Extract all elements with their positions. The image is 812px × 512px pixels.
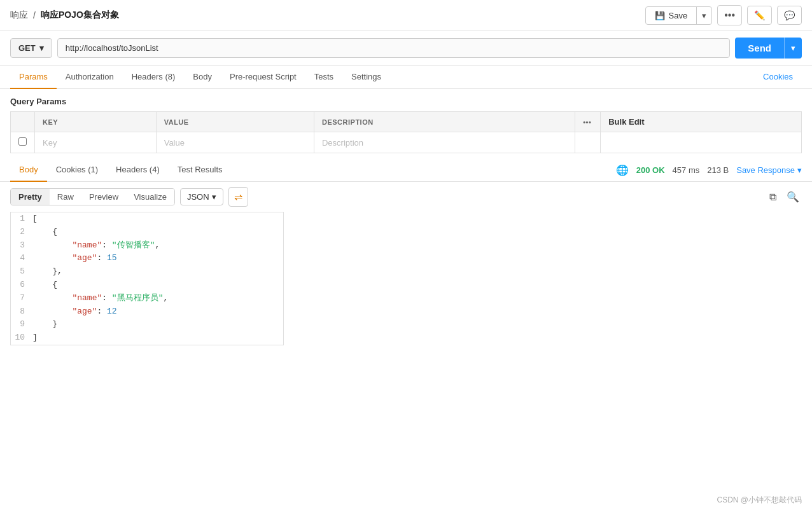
breadcrumb-current: 响应POJO集合对象: [41, 10, 119, 21]
wrap-button[interactable]: ⇌: [228, 187, 248, 207]
send-group: Send ▾: [735, 38, 802, 59]
method-dropdown-icon: ▾: [39, 43, 44, 53]
save-dropdown-button[interactable]: ▾: [696, 7, 711, 24]
send-button[interactable]: Send: [735, 38, 784, 59]
response-status-bar: 🌐 200 OK 457 ms 213 B Save Response ▾: [616, 164, 802, 176]
request-bar: GET ▾ Send ▾: [0, 31, 812, 66]
format-visualize[interactable]: Visualize: [126, 189, 174, 205]
send-dropdown-button[interactable]: ▾: [784, 38, 802, 59]
json-dropdown-icon: ▾: [212, 192, 216, 202]
response-code-block: 1 [ 2 { 3 "name": "传智播客", 4 "age": 15 5 …: [10, 212, 284, 345]
key-placeholder: Key: [43, 138, 57, 148]
col-key: KEY: [35, 112, 157, 132]
tab-params[interactable]: Params: [10, 66, 57, 89]
status-time: 457 ms: [673, 165, 700, 175]
row-checkbox[interactable]: [18, 137, 27, 146]
save-button-group[interactable]: 💾 Save ▾: [645, 6, 713, 25]
resp-tab-headers[interactable]: Headers (4): [107, 158, 169, 182]
breadcrumb-sep: /: [33, 10, 36, 20]
top-bar: 响应 / 响应POJO集合对象 💾 Save ▾ ••• ✏️ 💬: [0, 0, 812, 31]
table-row: Key Value Description: [11, 132, 802, 153]
code-line-5: 5 },: [11, 265, 283, 279]
breadcrumb-parent: 响应: [10, 10, 28, 21]
wrap-icon: ⇌: [234, 191, 242, 202]
resp-tab-body[interactable]: Body: [10, 158, 47, 182]
tab-body[interactable]: Body: [184, 66, 221, 89]
top-actions: 💾 Save ▾ ••• ✏️ 💬: [645, 5, 802, 25]
floppy-icon: 💾: [655, 11, 665, 20]
bulk-edit-button[interactable]: Bulk Edit: [608, 117, 644, 127]
edit-button[interactable]: ✏️: [747, 6, 772, 25]
col-description: DESCRIPTION: [314, 112, 575, 132]
save-response-button[interactable]: Save Response ▾: [736, 165, 802, 175]
query-params-title: Query Params: [10, 97, 802, 106]
format-pretty[interactable]: Pretty: [11, 189, 50, 205]
code-line-8: 8 "age": 12: [11, 305, 283, 319]
code-line-9: 9 }: [11, 318, 283, 331]
resp-tab-test-results[interactable]: Test Results: [169, 158, 232, 182]
response-section: Body Cookies (1) Headers (4) Test Result…: [0, 158, 812, 345]
col-actions: •••: [575, 112, 601, 132]
code-line-3: 3 "name": "传智播客",: [11, 239, 283, 253]
format-raw[interactable]: Raw: [50, 189, 81, 205]
response-tabs-bar: Body Cookies (1) Headers (4) Test Result…: [0, 158, 812, 182]
url-input[interactable]: [57, 38, 731, 58]
format-tabs: Pretty Raw Preview Visualize: [10, 188, 175, 205]
request-tabs-bar: Params Authorization Headers (8) Body Pr…: [0, 66, 812, 89]
resp-tab-cookies[interactable]: Cookies (1): [47, 158, 107, 182]
response-right-icons: ⧉ 🔍: [767, 188, 802, 205]
params-table: KEY VALUE DESCRIPTION ••• Bulk Edit Key …: [10, 111, 802, 153]
response-toolbar: Pretty Raw Preview Visualize JSON ▾ ⇌ ⧉ …: [0, 182, 812, 212]
globe-icon: 🌐: [616, 164, 629, 176]
save-button[interactable]: 💾 Save: [646, 7, 697, 24]
copy-button[interactable]: ⧉: [767, 188, 779, 205]
col-value: VALUE: [156, 112, 314, 132]
status-size: 213 B: [707, 165, 729, 175]
tab-authorization[interactable]: Authorization: [57, 66, 123, 89]
edit-icon: ✏️: [754, 10, 765, 20]
comment-button[interactable]: 💬: [777, 6, 802, 25]
tab-prerequest[interactable]: Pre-request Script: [221, 66, 305, 89]
format-preview[interactable]: Preview: [81, 189, 126, 205]
code-line-1: 1 [: [11, 212, 283, 226]
col-bulk: Bulk Edit: [601, 112, 802, 132]
code-line-7: 7 "name": "黑马程序员",: [11, 292, 283, 305]
more-button[interactable]: •••: [717, 5, 742, 25]
method-select[interactable]: GET ▾: [10, 38, 52, 58]
search-button[interactable]: 🔍: [784, 188, 802, 205]
query-params-section: Query Params KEY VALUE DESCRIPTION ••• B…: [0, 89, 812, 153]
status-ok: 200 OK: [636, 165, 665, 175]
tab-cookies[interactable]: Cookies: [754, 66, 802, 89]
code-line-6: 6 {: [11, 279, 283, 292]
comment-icon: 💬: [784, 10, 795, 20]
desc-placeholder: Description: [322, 138, 363, 148]
breadcrumb: 响应 / 响应POJO集合对象: [10, 10, 119, 21]
save-response-dropdown-icon: ▾: [797, 165, 802, 175]
value-placeholder: Value: [164, 138, 185, 148]
json-format-select[interactable]: JSON ▾: [180, 188, 223, 205]
code-line-2: 2 {: [11, 226, 283, 239]
tab-headers[interactable]: Headers (8): [123, 66, 185, 89]
code-line-4: 4 "age": 15: [11, 252, 283, 265]
code-line-10: 10 ]: [11, 331, 283, 345]
tab-tests[interactable]: Tests: [305, 66, 342, 89]
tab-settings[interactable]: Settings: [342, 66, 390, 89]
